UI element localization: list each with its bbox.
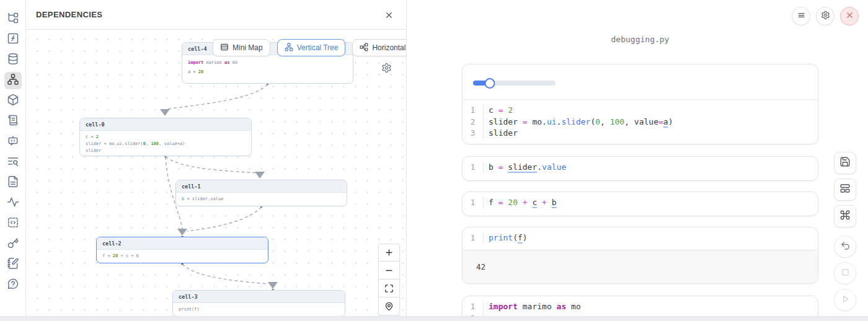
- line-numbers: 1: [463, 162, 484, 174]
- layout-icon: [839, 183, 851, 196]
- notebook-filename: debugging.py: [462, 35, 818, 44]
- graph-node-title: cell-3: [173, 291, 345, 303]
- vertical-tree-button[interactable]: Vertical Tree: [277, 39, 346, 56]
- code-editor[interactable]: 1 2 3 c = 2 slider = mo.ui.slider(0, 100…: [463, 100, 818, 144]
- dependency-graph-canvas[interactable]: Mini Map Vertical Tree Horizontal Tree c…: [26, 30, 406, 321]
- graph-node-code-line: c = 2: [86, 134, 246, 141]
- documentation-icon: [7, 175, 19, 190]
- packages-icon: [7, 94, 19, 108]
- graph-node-code-line: print(f): [179, 306, 339, 313]
- settings-gear-icon: [821, 11, 830, 22]
- slider-thumb[interactable]: [484, 78, 495, 89]
- horizontal-tree-icon: [360, 43, 368, 53]
- graph-settings-icon[interactable]: [381, 63, 392, 73]
- sidebar-item-outline[interactable]: [4, 154, 22, 171]
- graph-node-cell-2[interactable]: cell-2 f = 20 + c + b: [96, 237, 268, 263]
- vertical-tree-icon: [285, 43, 293, 53]
- scratchpad-icon: [7, 257, 19, 272]
- line-numbers: 1 2 3: [463, 105, 484, 139]
- close-panel-button[interactable]: [383, 9, 395, 21]
- graph-node-code-line: a = 20: [188, 68, 347, 77]
- code-editor[interactable]: 1 print(f): [463, 227, 818, 250]
- dependencies-panel-header: DEPENDENCIES: [26, 0, 406, 30]
- minimap-icon: [220, 43, 229, 53]
- minimap-button[interactable]: Mini Map: [213, 39, 270, 56]
- line-numbers: 1: [463, 232, 484, 244]
- sidebar-item-variables[interactable]: [4, 31, 22, 48]
- sidebar-item-documentation[interactable]: [4, 174, 22, 191]
- output-value: 42: [476, 262, 485, 271]
- horizontal-tree-button[interactable]: Horizontal Tree: [352, 39, 406, 56]
- text-search-icon: [7, 155, 19, 170]
- secrets-icon: [7, 237, 19, 252]
- stop-icon: [840, 267, 851, 280]
- status-footer-strip: [0, 316, 868, 321]
- graph-zoom-controls: [378, 244, 400, 315]
- code-line: b = slider.value: [489, 162, 818, 174]
- graph-node-code-line: slider = mo.ui.slider(0, 100, value=a): [86, 141, 246, 147]
- center-view-button[interactable]: [378, 297, 400, 315]
- sidebar-item-scratchpad[interactable]: [4, 256, 22, 273]
- zoom-out-button[interactable]: [378, 262, 400, 279]
- sidebar-item-logs[interactable]: [4, 113, 22, 130]
- zoom-in-button[interactable]: [378, 244, 400, 262]
- keyboard-shortcuts-button[interactable]: [834, 205, 856, 227]
- graph-node-title: cell-0: [80, 118, 251, 131]
- undo-button[interactable]: [834, 235, 856, 258]
- minimap-label: Mini Map: [232, 43, 263, 52]
- slider-track[interactable]: [473, 81, 556, 86]
- sidebar-item-ai-chat[interactable]: [4, 133, 22, 151]
- panel-title: DEPENDENCIES: [36, 10, 102, 19]
- sidebar-item-file-explorer[interactable]: [4, 11, 22, 28]
- graph-node-cell-0[interactable]: cell-0 c = 2 slider = mo.ui.slider(0, 10…: [79, 118, 252, 156]
- variables-icon: [7, 32, 19, 47]
- undo-icon: [840, 240, 851, 253]
- notebook-cell: 1 b = slider.value: [462, 156, 818, 181]
- cell-output: 42: [463, 250, 818, 284]
- code-line: c = 2: [489, 105, 818, 117]
- logs-icon: [7, 114, 19, 129]
- code-line: import marimo as mo: [489, 301, 818, 313]
- shutdown-button[interactable]: [840, 7, 859, 25]
- code-line: slider = mo.ui.slider(0, 100, value=a): [489, 117, 818, 128]
- layout-button[interactable]: [834, 178, 856, 201]
- graph-node-code-line: b = slider.value: [182, 196, 341, 203]
- notebook-cell: 1 print(f) 42: [462, 227, 818, 284]
- datasources-icon: [7, 53, 19, 68]
- sidebar-item-packages[interactable]: [4, 92, 22, 110]
- help-icon: [7, 278, 19, 292]
- tracing-icon: [7, 196, 19, 211]
- vertical-tree-label: Vertical Tree: [297, 43, 339, 52]
- shutdown-x-icon: [845, 11, 854, 22]
- stop-button[interactable]: [834, 262, 856, 284]
- notebook-settings-button[interactable]: [816, 7, 835, 25]
- run-icon: [840, 294, 851, 307]
- notebook-cell: 1 f = 20 + c + b: [462, 191, 818, 216]
- line-numbers: 1: [463, 197, 484, 209]
- code-editor[interactable]: 1 f = 20 + c + b: [463, 192, 818, 214]
- graph-node-cell-1[interactable]: cell-1 b = slider.value: [175, 180, 347, 206]
- slider-widget-output: [463, 64, 818, 100]
- file-tree-icon: [7, 12, 19, 27]
- graph-node-title: cell-1: [176, 180, 347, 193]
- ai-chat-icon: [7, 134, 19, 149]
- sidebar-item-dependencies[interactable]: [4, 72, 22, 89]
- graph-node-code-line: import marimo as mo: [188, 58, 347, 68]
- graph-node-cell-3[interactable]: cell-3 print(f): [172, 290, 345, 317]
- sidebar-item-help[interactable]: [4, 276, 22, 294]
- save-button[interactable]: [834, 152, 856, 174]
- command-icon: [839, 209, 851, 223]
- save-icon: [839, 156, 851, 170]
- graph-node-code-line: f = 20 + c + b: [102, 253, 262, 260]
- menu-icon: [797, 11, 806, 22]
- code-editor[interactable]: 1 b = slider.value: [463, 157, 818, 179]
- sidebar-item-secrets[interactable]: [4, 235, 22, 253]
- run-button[interactable]: [834, 289, 856, 311]
- sidebar-item-snippets[interactable]: [4, 215, 22, 232]
- fit-view-button[interactable]: [378, 279, 400, 297]
- notebook-menu-button[interactable]: [792, 7, 810, 25]
- graph-node-code-line: slider: [86, 147, 246, 154]
- code-line: print(f): [489, 232, 818, 244]
- sidebar-item-tracing[interactable]: [4, 195, 22, 212]
- sidebar-item-datasources[interactable]: [4, 51, 22, 69]
